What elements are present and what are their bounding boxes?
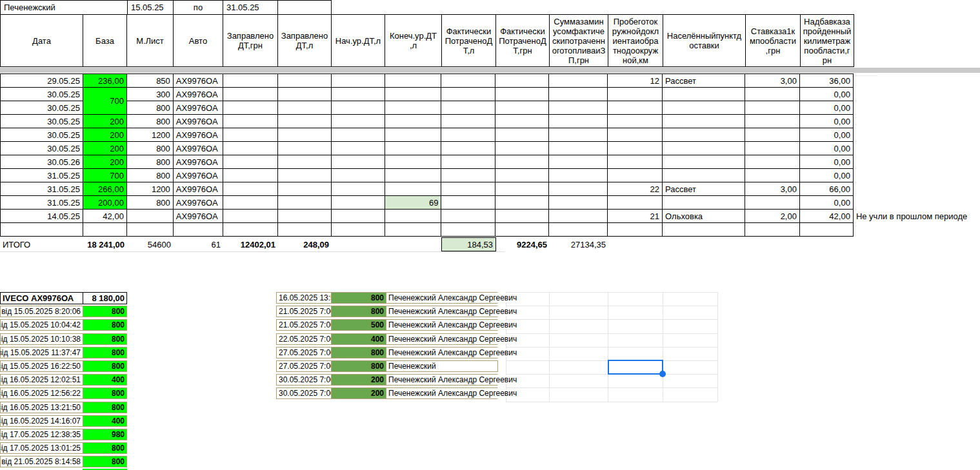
cell-spent-l[interactable] (441, 210, 495, 223)
cell-stavka[interactable]: 2,00 (745, 210, 800, 223)
cell-spent-l[interactable] (441, 115, 495, 128)
cell-auto[interactable] (173, 223, 223, 237)
cell-period-preposition[interactable]: по (173, 0, 223, 15)
cell-mlist[interactable] (126, 210, 173, 223)
cell-baza[interactable]: 200 (83, 155, 126, 169)
cell-spent-grn[interactable] (495, 196, 549, 210)
cell-start-lvl[interactable] (331, 74, 385, 88)
cell-nadbavka[interactable]: 0,00 (799, 101, 853, 115)
cell-spent-grn[interactable] (495, 182, 549, 196)
refuel-amount-cell[interactable]: 980 (83, 429, 127, 440)
cell-fuel-l[interactable] (277, 169, 331, 182)
column-header-spent_l[interactable]: Фактически ПотраченоД Т,л (441, 14, 496, 67)
column-header-mlist[interactable]: М.Лист (126, 14, 174, 67)
cell-sum-minus[interactable] (549, 223, 608, 237)
cell-start-lvl[interactable] (331, 196, 385, 210)
cell-row-note[interactable] (853, 115, 979, 128)
delivery-amount-cell[interactable]: 800 (331, 347, 386, 358)
cell-baza[interactable]: 200 (83, 115, 126, 128)
cell-baza[interactable]: 42,00 (83, 210, 126, 223)
cell-date[interactable]: 30.05.25 (1, 142, 83, 155)
cell-row-note[interactable] (853, 155, 979, 169)
cell-start-lvl[interactable] (331, 210, 385, 223)
cell-fuel-grn[interactable] (223, 115, 277, 128)
column-header-end_lvl[interactable]: Конеч.ур.ДТ ,л (385, 14, 442, 67)
cell-start-lvl[interactable] (331, 101, 385, 115)
cell-row-note[interactable] (853, 74, 979, 88)
cell-date[interactable]: 30.05.26 (1, 155, 83, 169)
column-header-fuel_l[interactable]: Заправлено ДТ,л (277, 14, 332, 67)
cell-row-note[interactable] (853, 101, 979, 115)
totals-spent-grn[interactable]: 9224,65 (495, 237, 550, 251)
cell-spent-l[interactable] (441, 182, 495, 196)
cell-auto[interactable]: АХ9976ОА (173, 169, 223, 182)
cell-mlist[interactable]: 300 (126, 88, 173, 101)
cell-spent-grn[interactable] (495, 223, 549, 237)
cell-sum-minus[interactable] (549, 196, 608, 210)
delivery-timestamp-cell[interactable]: 16.05.2025 13:54 (276, 292, 332, 304)
cell-probeg[interactable] (608, 88, 663, 101)
totals-auto[interactable]: 61 (173, 237, 223, 251)
cell-end-lvl[interactable] (385, 115, 441, 128)
refuel-amount-cell[interactable]: 800 (83, 319, 127, 331)
refuel-amount-cell[interactable]: 800 (83, 360, 127, 372)
cell-row-note[interactable]: Не учли в прошлом периоде (853, 210, 979, 223)
cell-nadbavka[interactable]: 36,00 (799, 74, 853, 88)
cell-fuel-grn[interactable] (223, 196, 277, 210)
refuel-amount-cell[interactable]: 800 (83, 456, 127, 467)
cell-end-lvl[interactable]: 69 (385, 196, 441, 210)
cell-sum-minus[interactable] (549, 210, 608, 223)
cell-auto[interactable]: АХ9976ОА (173, 182, 223, 196)
cell-spent-grn[interactable] (495, 101, 549, 115)
cell-row-note[interactable] (853, 196, 979, 210)
cell-spent-l[interactable] (441, 88, 495, 101)
cell-fuel-grn[interactable] (223, 142, 277, 155)
cell-fuel-grn[interactable] (223, 101, 277, 115)
refuel-amount-cell[interactable]: 400 (83, 415, 127, 427)
cell-driver-name[interactable]: Печенежский (0, 0, 128, 15)
cell-start-lvl[interactable] (331, 115, 385, 128)
cell-punkt[interactable] (663, 169, 745, 182)
delivery-driver-cell[interactable]: Печенежский Александр Сергеевич (386, 319, 498, 331)
cell-start-lvl[interactable] (331, 182, 385, 196)
totals-fuel-l[interactable]: 248,09 (277, 237, 332, 251)
cell-baza[interactable]: 200 (83, 142, 126, 155)
cell-sum-minus[interactable] (549, 101, 608, 115)
delivery-timestamp-cell[interactable]: 22.05.2025 7:00: (276, 333, 332, 345)
column-header-baza[interactable]: База (83, 14, 127, 67)
cell-sum-minus[interactable] (549, 88, 608, 101)
cell-probeg[interactable]: 22 (608, 182, 663, 196)
delivery-driver-cell[interactable]: Печенежский Александр Сергеевич (386, 292, 498, 304)
cell-auto[interactable]: АХ9976ОА (173, 115, 223, 128)
cell-auto[interactable]: АХ9976ОА (173, 196, 223, 210)
cell-fuel-l[interactable] (277, 101, 331, 115)
cell-nadbavka[interactable]: 0,00 (799, 88, 853, 101)
totals-fuel-grn[interactable]: 12402,01 (223, 237, 278, 251)
vehicle-title-cell[interactable]: IVECO АХ9976ОА (0, 292, 83, 304)
cell-fuel-grn[interactable] (223, 74, 277, 88)
cell-punkt[interactable]: Рассвет (663, 74, 745, 88)
cell-date[interactable]: 31.05.25 (1, 182, 83, 196)
totals-baza[interactable]: 18 241,00 (83, 237, 127, 251)
cell-start-lvl[interactable] (331, 169, 385, 182)
cell-baza[interactable]: 200 (83, 128, 126, 142)
cell-fuel-l[interactable] (277, 88, 331, 101)
cell-nadbavka[interactable]: 0,00 (799, 128, 853, 142)
cell-stavka[interactable] (745, 142, 800, 155)
cell-fuel-l[interactable] (277, 155, 331, 169)
cell-nadbavka[interactable]: 0,00 (799, 155, 853, 169)
cell-mlist[interactable]: 1200 (126, 128, 173, 142)
cell-punkt[interactable] (663, 101, 745, 115)
cell-probeg[interactable] (608, 142, 663, 155)
refuel-timestamp-cell[interactable]: від 16.05.2025 13:21:50 (0, 402, 83, 413)
cell-end-lvl[interactable] (385, 142, 441, 155)
cell-mlist[interactable]: 850 (126, 74, 173, 88)
cell-spent-grn[interactable] (495, 74, 549, 88)
cell-date[interactable]: 14.05.25 (1, 210, 83, 223)
cell-probeg[interactable] (608, 101, 663, 115)
cell-probeg[interactable] (608, 169, 663, 182)
cell-punkt[interactable] (663, 196, 745, 210)
refuel-timestamp-cell[interactable]: від 16.05.2025 14:16:07 (0, 415, 83, 427)
cell-auto[interactable]: АХ9976ОА (173, 210, 223, 223)
cell-start-lvl[interactable] (331, 155, 385, 169)
